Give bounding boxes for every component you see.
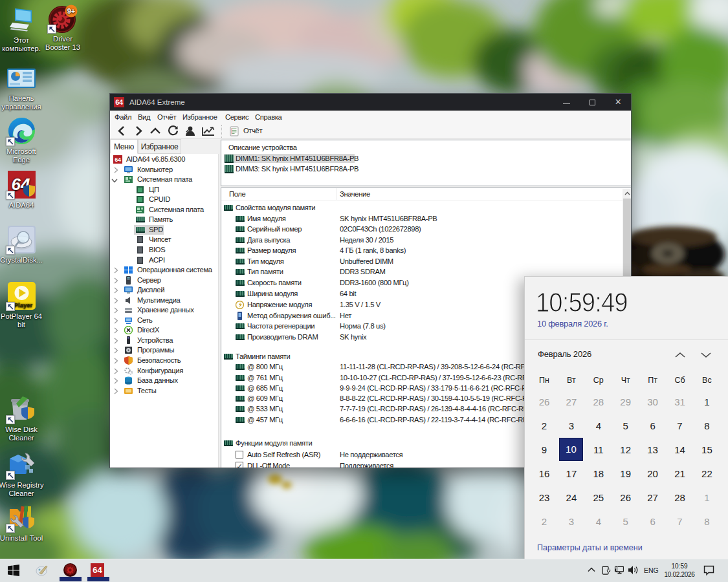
svg-text:64: 64 [115,156,121,163]
svg-text:Player: Player [14,301,32,308]
svg-text:9+: 9+ [67,7,76,15]
